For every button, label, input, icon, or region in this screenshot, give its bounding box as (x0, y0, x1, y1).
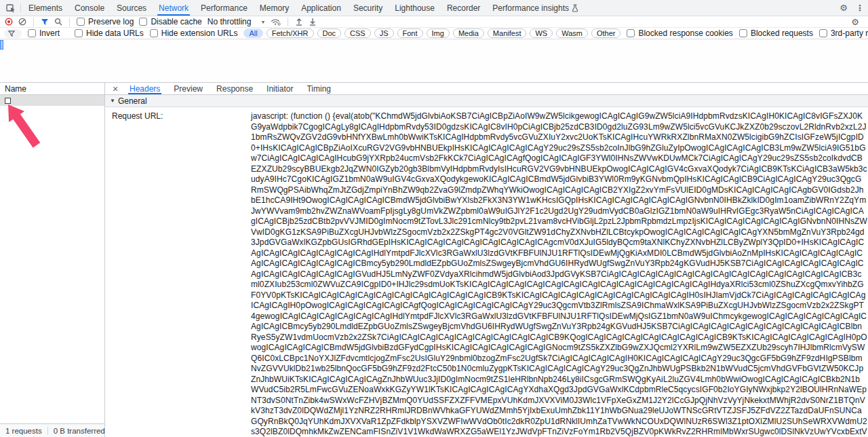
network-summary-bar: 1 requests 0 B transferred (0, 423, 104, 437)
blocked-requests-label: Blocked requests (751, 28, 813, 38)
tab-label: Application (301, 3, 341, 13)
tab-label: Elements (28, 3, 62, 13)
devtools-tabbar: Elements Console Sources Network Perform… (0, 0, 868, 16)
tab-network[interactable]: Network (153, 0, 195, 16)
pill-css[interactable]: CSS (344, 28, 371, 38)
toolbar-divider (20, 3, 21, 12)
checkbox-icon (819, 29, 827, 37)
settings-gear-icon[interactable]: ⚙ (835, 0, 852, 16)
pill-js[interactable]: JS (374, 28, 394, 38)
throttling-dropdown[interactable]: No throttling ▼ (208, 17, 266, 26)
search-icon[interactable] (54, 18, 62, 26)
request-url-value[interactable]: javascript: (function () {eval(atob("KCh… (251, 111, 868, 437)
checkbox-icon (627, 29, 635, 37)
blocked-response-cookies-checkbox[interactable]: Blocked response cookies (627, 28, 732, 38)
throttling-value: No throttling (208, 17, 252, 26)
details-tabbar: × Headers Preview Response Initiator Tim… (105, 83, 868, 95)
tab-sources[interactable]: Sources (111, 0, 153, 16)
close-details-icon[interactable]: × (108, 83, 123, 94)
tab-application[interactable]: Application (295, 0, 347, 16)
tab-label: Network (159, 3, 189, 13)
pill-media[interactable]: Media (453, 28, 484, 38)
pill-doc[interactable]: Doc (317, 28, 342, 38)
transferred-size: 0 B transferred (54, 427, 111, 435)
pill-wasm[interactable]: Wasm (556, 28, 588, 38)
checkbox-icon (28, 29, 36, 37)
tab-label: Performance (201, 3, 248, 13)
toolbar-divider (69, 18, 70, 26)
network-action-bar: Preserve log Disable cache No throttling… (0, 16, 868, 28)
request-row-selected[interactable] (0, 95, 104, 106)
hide-extension-urls-label: Hide extension URLs (161, 28, 238, 38)
tab-label: Memory (260, 3, 289, 13)
preserve-log-checkbox[interactable]: Preserve log (77, 17, 134, 26)
hide-extension-urls-checkbox[interactable]: Hide extension URLs (150, 28, 238, 38)
export-har-icon[interactable] (309, 18, 317, 26)
checkbox-icon (139, 18, 147, 26)
network-filter-bar: Invert Hide data URLs Hide extension URL… (0, 28, 868, 39)
tab-label: Performance insights (492, 3, 569, 13)
details-tab-timing[interactable]: Timing (300, 83, 338, 94)
blocked-requests-checkbox[interactable]: Blocked requests (739, 28, 813, 38)
inspect-element-icon[interactable] (3, 0, 19, 16)
tab-recorder[interactable]: Recorder (441, 0, 486, 16)
filter-funnel-icon[interactable] (41, 18, 49, 26)
name-column-header[interactable]: Name (0, 83, 104, 95)
record-network-log-icon[interactable] (5, 18, 13, 26)
hide-data-urls-checkbox[interactable]: Hide data URLs (75, 28, 144, 38)
toolbar-divider (33, 18, 34, 26)
tab-performance-insights[interactable]: Performance insights (486, 0, 585, 16)
request-list-pane: Name 1 requests 0 B transferred (0, 83, 105, 437)
network-settings-gear-icon[interactable]: ⚙ (847, 18, 863, 26)
details-tab-preview[interactable]: Preview (167, 83, 210, 94)
hide-data-urls-label: Hide data URLs (86, 28, 144, 38)
details-tab-initiator[interactable]: Initiator (260, 83, 300, 94)
request-url-label: Request URL: (112, 111, 251, 122)
flask-icon (572, 4, 578, 12)
requests-count: 1 requests (5, 427, 48, 435)
third-party-requests-checkbox[interactable]: 3rd-party requests (819, 28, 868, 38)
devtools-window: Elements Console Sources Network Perform… (0, 0, 868, 437)
pill-fetch-xhr[interactable]: Fetch/XHR (267, 28, 314, 38)
import-har-icon[interactable] (295, 18, 303, 26)
tab-label: Recorder (447, 3, 480, 13)
checkbox-icon (75, 29, 83, 37)
request-list-empty-space (0, 106, 104, 423)
disable-cache-checkbox[interactable]: Disable cache (139, 17, 201, 26)
name-header-label: Name (5, 84, 26, 94)
tab-memory[interactable]: Memory (254, 0, 295, 16)
more-options-icon[interactable]: ⋮ (852, 0, 868, 16)
tab-label: Lighthouse (395, 3, 435, 13)
network-overview-strip[interactable] (0, 39, 868, 83)
request-document-icon (5, 98, 11, 104)
chevron-down-icon: ▼ (260, 20, 265, 24)
tab-label: Security (353, 3, 382, 13)
pill-other[interactable]: Other (591, 28, 621, 38)
tab-label: Console (75, 3, 104, 13)
details-tab-headers[interactable]: Headers (123, 83, 167, 94)
tab-security[interactable]: Security (347, 0, 389, 16)
disable-cache-label: Disable cache (151, 17, 201, 26)
blocked-response-cookies-label: Blocked response cookies (638, 28, 732, 38)
tab-performance[interactable]: Performance (195, 0, 254, 16)
overview-selection-handle[interactable] (0, 40, 3, 50)
tab-lighthouse[interactable]: Lighthouse (389, 0, 441, 16)
pill-ws[interactable]: WS (530, 28, 553, 38)
pill-img[interactable]: Img (427, 28, 450, 38)
pill-font[interactable]: Font (397, 28, 423, 38)
disclosure-triangle-icon: ▼ (110, 98, 115, 104)
pill-all[interactable]: All (243, 28, 262, 38)
invert-label: Invert (39, 28, 60, 38)
tab-elements[interactable]: Elements (22, 0, 68, 16)
network-conditions-icon[interactable] (271, 18, 281, 26)
tab-console[interactable]: Console (68, 0, 111, 16)
preserve-log-label: Preserve log (88, 17, 134, 26)
details-tab-response[interactable]: Response (210, 83, 260, 94)
general-section-header[interactable]: ▼ General (105, 95, 868, 107)
filter-input-box (4, 29, 22, 38)
clear-network-log-icon[interactable] (18, 18, 26, 26)
invert-checkbox[interactable]: Invert (28, 28, 60, 38)
tabbar-spacer (585, 0, 835, 16)
pill-manifest[interactable]: Manifest (488, 28, 527, 38)
checkbox-icon (739, 29, 747, 37)
